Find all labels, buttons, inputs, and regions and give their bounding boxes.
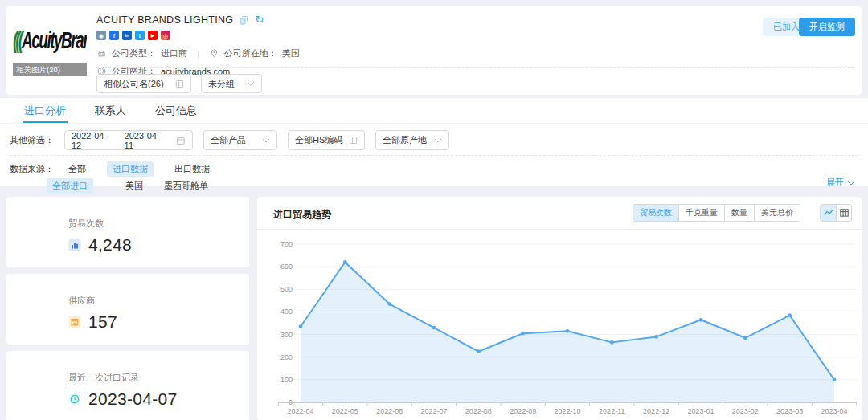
tabs-and-filters-section: 进口分析 联系人 公司信息 其他筛选： 2022-04-12 2023-04-1… [0,98,868,186]
svg-text:600: 600 [280,263,293,271]
svg-text:2022-10: 2022-10 [554,407,580,415]
twitter-icon[interactable]: t [135,31,145,40]
company-header-card: (((AcuityBrands 相关图片(20) ACUITY BRANDS L… [6,6,862,95]
chevron-down-icon [262,138,270,143]
chevron-down-icon [247,81,255,86]
product-select[interactable]: 全部产品 [203,130,277,150]
calendar-icon [176,136,186,145]
start-monitor-button[interactable]: 开启监测 [799,18,855,36]
svg-text:700: 700 [280,240,293,248]
svg-text:2022-06: 2022-06 [376,407,403,415]
social-icons-row: ◉ f in t ▶ ◎ [96,31,300,40]
svg-text:2022-04: 2022-04 [287,407,313,415]
source-export-data[interactable]: 出口数据 [174,163,210,175]
hs-code-select[interactable]: 全部HS编码 [288,130,365,150]
origin-select[interactable]: 全部原产地 [375,130,449,150]
scope-all-imports[interactable]: 全部进口 [47,178,93,194]
company-type-label: 公司类型： [112,47,156,59]
shop-icon [68,316,81,328]
location-value: 美国 [282,47,300,59]
expand-link[interactable]: 展开 [826,177,855,189]
similar-companies-select[interactable]: 相似公司名(26) [96,74,191,93]
dashed-divider [10,155,858,156]
last-import-card: 最近一次进口记录 2023-04-07 [6,351,249,420]
trade-count-card: 贸易次数 4,248 [6,197,249,267]
youtube-icon[interactable]: ▶ [148,31,158,40]
trade-count-label: 贸易次数 [68,218,249,230]
company-logo-art: (((AcuityBrands [13,27,87,55]
bar-chart-icon [68,239,81,251]
scope-mexico-manifest[interactable]: 墨西哥舱单 [164,180,208,192]
source-import-data[interactable]: 进口数据 [107,161,154,177]
import-trend-card: 进口贸易趋势 贸易次数 千克重量 数量 美元总价 010020030040050… [257,197,862,420]
svg-text:2023-02: 2023-02 [732,407,759,415]
chevron-down-icon [847,181,855,186]
trade-count-value: 4,248 [88,235,132,255]
date-start: 2022-04-12 [72,131,116,150]
date-end: 2023-04-11 [125,131,168,150]
svg-text:2023-03: 2023-03 [776,407,803,415]
linkedin-icon[interactable]: in [122,31,132,40]
date-range-picker[interactable]: 2022-04-12 2023-04-11 [64,130,193,150]
web-icon[interactable]: ◉ [96,31,106,40]
trend-chart[interactable]: 01002003004005006007002022-042022-052022… [257,197,862,420]
svg-text:200: 200 [280,353,293,361]
svg-text:2022-12: 2022-12 [643,407,669,415]
svg-text:500: 500 [280,285,293,293]
panel-icon [175,80,184,88]
supplier-card: 供应商 157 [6,274,249,345]
company-name: ACUITY BRANDS LIGHTING [96,14,233,26]
tab-company-info[interactable]: 公司信息 [155,98,197,123]
svg-text:2022-09: 2022-09 [510,407,536,415]
scope-usa[interactable]: 美国 [125,180,143,192]
tab-contacts[interactable]: 联系人 [95,98,126,123]
company-logo[interactable]: (((AcuityBrands 相关图片(20) [13,10,87,80]
tab-import-analysis[interactable]: 进口分析 [24,98,66,123]
company-type-value: 进口商 [161,47,187,59]
supplier-label: 供应商 [68,295,249,307]
source-all[interactable]: 全部 [68,163,86,175]
copy-icon[interactable] [239,15,249,26]
tab-bar: 进口分析 联系人 公司信息 [0,98,868,124]
divider: | [197,49,199,59]
svg-text:300: 300 [280,331,293,339]
svg-text:100: 100 [280,376,293,384]
svg-text:2022-08: 2022-08 [465,407,492,415]
svg-text:400: 400 [280,308,293,316]
facebook-icon[interactable]: f [109,31,119,40]
last-import-label: 最近一次进口记录 [68,372,249,384]
clock-icon [68,393,81,406]
other-filters-label: 其他筛选： [10,134,54,146]
svg-text:2023-04: 2023-04 [821,407,847,415]
logo-arcs-icon: ((( [13,27,21,54]
last-import-value: 2023-04-07 [88,389,177,409]
instagram-icon[interactable]: ◎ [161,31,170,40]
refresh-icon[interactable]: ↻ [255,15,264,25]
supplier-value: 157 [88,312,117,332]
dashed-divider [96,67,854,68]
data-source-label: 数据来源： [10,163,54,175]
svg-text:2022-11: 2022-11 [599,407,624,415]
location-label: 公司所在地： [224,47,277,59]
chevron-down-icon [434,138,442,143]
location-icon [209,48,219,59]
panel-icon [349,136,358,145]
related-images-badge[interactable]: 相关图片(20) [13,63,87,76]
svg-text:2022-05: 2022-05 [332,407,358,415]
company-type-icon [96,48,107,59]
svg-text:2023-01: 2023-01 [687,407,714,415]
group-select[interactable]: 未分组 [201,74,262,93]
svg-text:2022-07: 2022-07 [420,407,447,415]
